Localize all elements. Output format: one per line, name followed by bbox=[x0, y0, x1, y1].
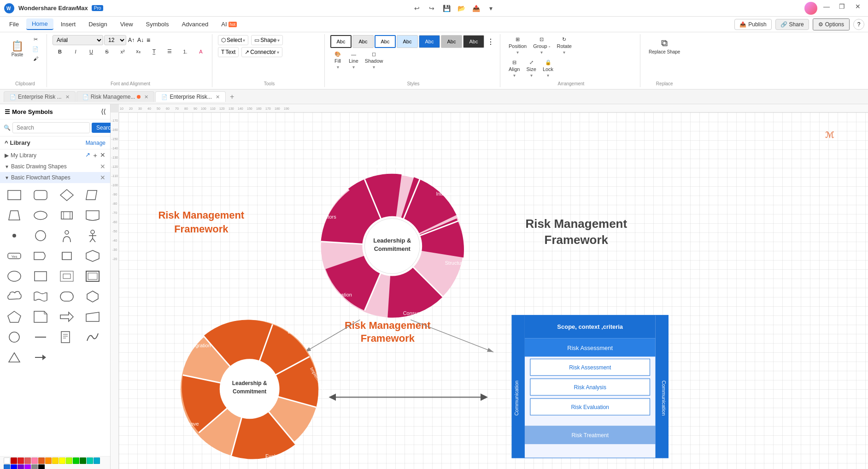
shape-delay[interactable] bbox=[30, 247, 51, 265]
subscript-btn[interactable]: x₂ bbox=[131, 47, 146, 56]
shape-line[interactable] bbox=[30, 328, 51, 346]
italic-btn[interactable]: I bbox=[68, 47, 83, 56]
select-dropdown[interactable]: ⬡ Select ▾ bbox=[218, 35, 248, 45]
list-btn[interactable]: ☰ bbox=[162, 47, 177, 56]
underline-btn[interactable]: U bbox=[84, 47, 99, 56]
font-size-select[interactable]: 12 bbox=[104, 35, 126, 45]
shape-person[interactable] bbox=[56, 226, 77, 245]
shape-parallelogram[interactable] bbox=[82, 186, 103, 204]
menu-advanced[interactable]: Advanced bbox=[176, 19, 214, 30]
shape-manual-input[interactable] bbox=[82, 308, 103, 326]
font-family-select[interactable]: Arial bbox=[53, 35, 103, 45]
tab-1[interactable]: 📄 Enterprise Risk ... ✕ bbox=[4, 91, 76, 102]
style-thumb-2[interactable]: Abc bbox=[352, 35, 374, 48]
minimize-btn[interactable]: — bbox=[820, 2, 833, 11]
redo-btn[interactable]: ↪ bbox=[425, 4, 438, 13]
menu-insert[interactable]: Insert bbox=[55, 19, 82, 30]
shape-cloud[interactable] bbox=[4, 287, 25, 306]
shape-note[interactable] bbox=[30, 308, 51, 326]
shape-circle-outline[interactable] bbox=[30, 226, 51, 245]
shape-hexagon[interactable] bbox=[82, 287, 103, 306]
share-button[interactable]: 🔗 Share bbox=[775, 19, 809, 30]
shape-actor[interactable] bbox=[82, 226, 103, 245]
color-white[interactable] bbox=[4, 457, 10, 464]
shape-prep[interactable] bbox=[56, 247, 77, 265]
maximize-btn[interactable]: ❐ bbox=[836, 2, 849, 11]
color-lime[interactable] bbox=[66, 457, 72, 464]
shape-start-dot[interactable] bbox=[4, 226, 25, 245]
tab-3-close[interactable]: ✕ bbox=[216, 94, 220, 100]
color-purple2[interactable] bbox=[24, 464, 31, 469]
basic-flowchart-header[interactable]: ▼ Basic Flowchart Shapes ✕ bbox=[0, 172, 110, 183]
align-menu-btn[interactable]: ⊟ Align ▾ bbox=[506, 58, 522, 79]
align-btn-top[interactable]: ≡ bbox=[146, 36, 151, 45]
export-btn[interactable]: 📤 bbox=[469, 4, 482, 13]
color-yellow2[interactable] bbox=[59, 457, 65, 464]
style-thumb-1[interactable]: Abc bbox=[330, 35, 352, 48]
shape-rect[interactable] bbox=[4, 186, 25, 204]
menu-file[interactable]: File bbox=[4, 19, 24, 30]
my-library-add[interactable]: + bbox=[93, 151, 97, 159]
search-input[interactable] bbox=[12, 122, 90, 133]
shape-frame[interactable] bbox=[82, 267, 103, 285]
shape-process[interactable] bbox=[56, 206, 77, 225]
shape-tape[interactable] bbox=[30, 287, 51, 306]
style-thumb-4[interactable]: Abc bbox=[397, 35, 418, 48]
tab-2-close[interactable]: ✕ bbox=[144, 94, 148, 100]
shape-dropdown[interactable]: ▭ Shape ▾ bbox=[251, 35, 283, 45]
tab-1-close[interactable]: ✕ bbox=[65, 94, 70, 100]
shape-trapezoid[interactable] bbox=[4, 206, 25, 225]
format-painter-btn[interactable]: 🖌 bbox=[28, 54, 43, 63]
more-btn[interactable]: ▾ bbox=[484, 4, 497, 13]
save-btn[interactable]: 💾 bbox=[440, 4, 453, 13]
shape-arrow2[interactable] bbox=[30, 348, 51, 367]
my-library-export[interactable]: ↗ bbox=[85, 151, 90, 159]
shadow-btn[interactable]: ◻ Shadow ▾ bbox=[362, 50, 386, 71]
help-button[interactable]: ? bbox=[853, 19, 864, 30]
text-btn[interactable]: T Text bbox=[218, 47, 239, 57]
shape-rect2[interactable] bbox=[30, 267, 51, 285]
shape-curve[interactable] bbox=[82, 328, 103, 346]
replace-shape-btn[interactable]: ⧉ Replace Shape bbox=[646, 35, 683, 57]
menu-ai[interactable]: AI hot bbox=[216, 19, 242, 30]
color-orange2[interactable] bbox=[45, 457, 52, 464]
color-purple1[interactable] bbox=[18, 464, 24, 469]
lock-btn[interactable]: 🔒 Lock ▾ bbox=[540, 58, 556, 79]
superscript-btn[interactable]: x² bbox=[115, 47, 130, 56]
basic-flowchart-close[interactable]: ✕ bbox=[100, 174, 106, 181]
open-btn[interactable]: 📂 bbox=[455, 4, 468, 13]
color-gray1[interactable] bbox=[31, 464, 38, 469]
shape-doc2[interactable] bbox=[56, 328, 77, 346]
tab-2[interactable]: 📄 Risk Manageme... ✕ bbox=[76, 91, 155, 102]
close-btn[interactable]: ✕ bbox=[851, 2, 864, 11]
shape-diamond[interactable] bbox=[56, 186, 77, 204]
styles-expand[interactable]: ⋮ bbox=[485, 36, 496, 47]
canvas-drawing-area[interactable]: Risk Management Framework Risk Managemen… bbox=[119, 113, 868, 469]
color-pink[interactable] bbox=[31, 457, 38, 464]
color-blue1[interactable] bbox=[4, 464, 10, 469]
color-yellow1[interactable] bbox=[52, 457, 59, 464]
cut-btn[interactable]: ✂ bbox=[28, 35, 43, 44]
color-green1[interactable] bbox=[73, 457, 79, 464]
color-green2[interactable] bbox=[80, 457, 86, 464]
style-thumb-3[interactable]: Abc bbox=[375, 35, 396, 48]
shape-pentagon[interactable] bbox=[4, 308, 25, 326]
position-btn[interactable]: ⊞ Position ▾ bbox=[506, 35, 529, 56]
menu-design[interactable]: Design bbox=[83, 19, 112, 30]
color-red2[interactable] bbox=[18, 457, 24, 464]
shape-doc[interactable] bbox=[82, 206, 103, 225]
color-teal2[interactable] bbox=[94, 457, 100, 464]
basic-drawing-header[interactable]: ▼ Basic Drawing Shapes ✕ bbox=[0, 161, 110, 172]
panel-collapse-icon[interactable]: ⟨⟨ bbox=[101, 108, 106, 115]
color-teal1[interactable] bbox=[87, 457, 93, 464]
color-red3[interactable] bbox=[24, 457, 31, 464]
manage-link[interactable]: Manage bbox=[86, 140, 106, 146]
size-btn[interactable]: ⤢ Size ▾ bbox=[523, 58, 539, 79]
menu-symbols[interactable]: Symbols bbox=[141, 19, 175, 30]
shape-ellipse2[interactable] bbox=[4, 267, 25, 285]
basic-drawing-close[interactable]: ✕ bbox=[100, 163, 106, 170]
paste-btn[interactable]: 📋 Paste bbox=[7, 39, 27, 59]
shape-oval[interactable] bbox=[30, 206, 51, 225]
bold-btn[interactable]: B bbox=[53, 47, 67, 56]
options-button[interactable]: ⚙ Options bbox=[813, 18, 850, 30]
